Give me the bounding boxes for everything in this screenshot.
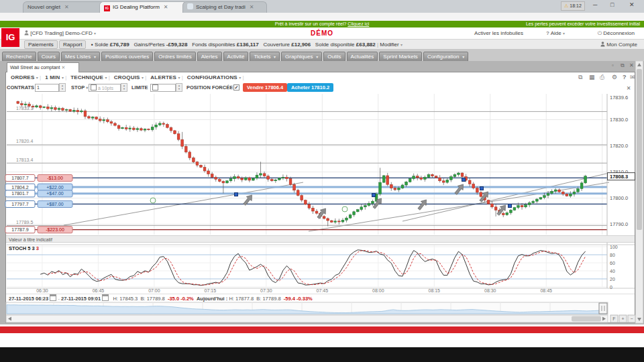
tooltips-link[interactable]: Activer les infobulles [474, 30, 523, 36]
browser-tab[interactable]: Scalping et Day tradi✕ [182, 1, 267, 13]
page-favicon [187, 3, 193, 9]
browser-tab[interactable]: Nouvel onglet✕ [23, 1, 105, 13]
tab-close-icon[interactable]: ✕ [64, 4, 69, 10]
range-end[interactable]: 27-11-2015 09:01 [61, 296, 101, 302]
nav-outils[interactable]: Outils [323, 52, 345, 62]
limit-checkbox[interactable] [152, 84, 158, 90]
nav-activit-[interactable]: Activité [223, 52, 249, 62]
sell-price: 17806.4 [265, 84, 283, 90]
snapshot-icon[interactable]: ▦ [589, 74, 595, 80]
stop-input[interactable]: à 10pts [89, 84, 121, 92]
payments-button[interactable]: Paiements [24, 40, 58, 49]
chart-menu-1-min[interactable]: 1 MIN ▾ [45, 73, 64, 82]
modify-link[interactable]: Modifier ▾ [380, 42, 402, 48]
module-close-icon[interactable]: ✕ [629, 62, 634, 68]
sell-button[interactable]: Vendre 17806.4 [243, 83, 287, 92]
stop-stepper[interactable]: ▲▼ [121, 83, 127, 92]
force-open-checkbox[interactable]: ✓ [233, 84, 239, 90]
menu-separator: | [182, 74, 183, 80]
order-ticket: CONTRATS 1 ▲▼ STOP ▾ à 10pts ▲▼ LIMITE ▲… [7, 83, 634, 93]
chart-disclaimer: Valeur à titre indicatif [6, 235, 635, 243]
settings-gear-icon[interactable]: ⚙ [612, 74, 617, 80]
menu-separator: | [65, 74, 66, 80]
indicator-name: STOCH [9, 245, 26, 251]
nav-recherche[interactable]: Recherche [2, 52, 36, 62]
warning-icon: ⚠ [564, 3, 568, 8]
my-account-link[interactable]: Mon Compte [600, 42, 637, 48]
tab-close-icon[interactable]: ✕ [164, 4, 168, 10]
funds-value: £136,117 [237, 42, 259, 48]
indicator-label: STOCH 5 3 3 [9, 245, 39, 251]
buy-price: 17810.2 [311, 84, 329, 90]
menu-separator: | [40, 74, 41, 80]
limit-label: LIMITE [131, 83, 148, 92]
stop-label: STOP ▾ [71, 83, 88, 93]
today-change: -59.4 [284, 296, 295, 302]
tab-close-icon[interactable]: ✕ [250, 4, 254, 10]
footer-icon-strip [0, 333, 644, 347]
risk-warning: Les pertes peuvent excéder votre investi… [526, 21, 640, 27]
menu-separator: | [243, 74, 244, 80]
promo-banner: Prêt à investir sur un compte réel? Cliq… [0, 21, 644, 27]
nav-ordres-limit-s[interactable]: Ordres limités [154, 52, 195, 62]
range-start[interactable]: 27-11-2015 06:23 [9, 296, 48, 302]
tab-title: Nouvel onglet [28, 4, 60, 10]
range-change: -35.0 [168, 296, 179, 302]
contracts-stepper[interactable]: ▲▼ [59, 83, 66, 92]
window-close-button[interactable]: ✕ [629, 1, 635, 8]
browser-tab-bar: Nouvel onglet✕ IGIG Dealing Platform✕ Sc… [0, 0, 644, 13]
help-menu[interactable]: ? Aide ▾ [546, 30, 565, 36]
menu-separator: | [145, 74, 146, 80]
ticket-close-icon[interactable]: ✕ [627, 84, 631, 93]
chart-menu-configurations[interactable]: CONFIGURATIONS ▾ [187, 73, 241, 82]
today-low: 17789.8 [262, 296, 280, 302]
module-restore-icon[interactable]: ▫ [612, 62, 614, 68]
windows-taskbar: Posez-moi une question. e ▶ S W ︿ 08:522… [0, 347, 644, 362]
available-value: £63,882 [356, 42, 376, 48]
ig-logo: IG [1, 28, 19, 47]
tab-close-icon[interactable]: ✕ [61, 65, 65, 70]
balance-value: £76,789 [110, 42, 129, 48]
ig-favicon: IG [104, 5, 110, 11]
window-maximize-button[interactable]: □ [610, 1, 614, 8]
tab-title: IG Dealing Platform [113, 4, 160, 10]
print-icon[interactable]: ⎙ [600, 74, 604, 81]
calendar-icon[interactable] [50, 294, 56, 301]
browser-tab-active[interactable]: IGIG Dealing Platform✕ [99, 1, 188, 13]
nav-sprint-markets[interactable]: Sprint Markets [379, 52, 422, 62]
user-icon [600, 42, 605, 47]
nav-cours[interactable]: Cours [38, 52, 60, 62]
chart-menu-alertes[interactable]: ALERTES ▾ [150, 73, 180, 82]
module-popout-icon[interactable]: ⧉ [621, 62, 625, 69]
logout-link[interactable]: ⏻ Déconnexion [598, 30, 635, 37]
chart-menu-croquis[interactable]: CROQUIS ▾ [114, 73, 144, 82]
nav-positions-ouvertes[interactable]: Positions ouvertes [101, 52, 153, 62]
contracts-input[interactable]: 1 [35, 84, 59, 92]
balance-summary: ▪ Solde £76,789 Gains/Pertes -£59,328 Fo… [91, 42, 402, 48]
promo-link[interactable]: Cliquez ici [347, 21, 369, 26]
stop-checkbox[interactable] [91, 84, 97, 90]
chart-module [5, 72, 635, 323]
chart-toolbar: ORDRES ▾|1 MIN ▾|TECHNIQUE ▾|CROQUIS ▾|A… [7, 73, 634, 82]
buy-button[interactable]: Acheter 17810.2 [287, 83, 333, 92]
nav-actualit-s[interactable]: Actualités [347, 52, 378, 62]
feedback-icon[interactable]: ✉ [630, 74, 635, 80]
drawings-icon[interactable]: ⧉ [578, 74, 582, 81]
nav-alertes[interactable]: Alertes [197, 52, 222, 62]
limit-stepper[interactable]: ▲▼ [176, 83, 182, 92]
limit-input[interactable] [150, 84, 176, 92]
calendar-icon[interactable] [102, 294, 109, 301]
report-button[interactable]: Rapport [59, 40, 86, 49]
help-icon[interactable]: ? [623, 74, 627, 80]
extension-badge[interactable]: ⚠ 18:12 [561, 1, 585, 11]
workspace-tab[interactable]: Wall Street au comptant ✕ [7, 62, 79, 72]
chart-menu-ordres[interactable]: ORDRES ▾ [11, 73, 38, 82]
menu-separator: | [109, 74, 110, 80]
chart-menu-technique[interactable]: TECHNIQUE ▾ [70, 73, 107, 82]
window-minimize-button[interactable]: ─ [593, 1, 597, 8]
footer-action-bar: Activer les infobullesPasser un ordreVid… [0, 326, 644, 333]
today-high: 17877.8 [235, 296, 254, 302]
range-high: 17845.3 [119, 296, 138, 302]
pnl-value: -£59,328 [166, 42, 188, 48]
range-low: 17789.8 [147, 296, 165, 302]
